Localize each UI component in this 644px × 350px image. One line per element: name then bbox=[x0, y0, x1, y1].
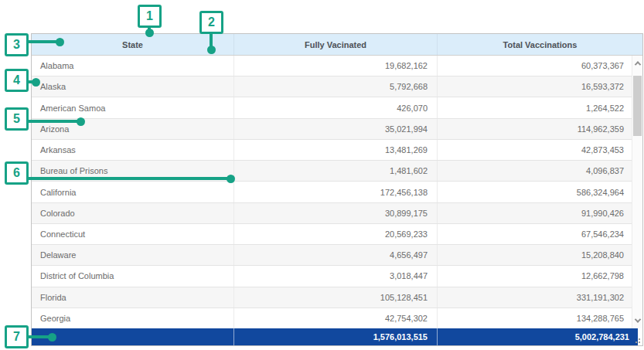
cell-fully-vaccinated: 30,899,175 bbox=[234, 203, 438, 223]
cell-total-vaccinations: 42,873,453 bbox=[438, 140, 642, 160]
table-row[interactable]: Connecticut 20,569,233 67,546,234 bbox=[32, 224, 642, 245]
cell-total-vaccinations: 114,962,359 bbox=[438, 119, 642, 139]
table-row[interactable]: Alaska 5,792,668 16,593,372 bbox=[32, 76, 642, 97]
cell-total-vaccinations: 16,593,372 bbox=[438, 76, 642, 97]
cell-fully-vaccinated: 1,481,602 bbox=[234, 161, 438, 181]
cell-fully-vaccinated: 20,569,233 bbox=[234, 224, 438, 244]
table-body: Alabama 19,682,162 60,373,367 Alaska 5,7… bbox=[32, 56, 642, 328]
chevron-up-icon bbox=[634, 61, 640, 67]
cell-total-vaccinations: 12,662,798 bbox=[438, 266, 642, 286]
table-row[interactable]: Arkansas 13,481,269 42,873,453 bbox=[32, 140, 642, 161]
callout-5-leader-line bbox=[29, 120, 80, 123]
callout-6-leader-line bbox=[29, 177, 230, 180]
callout-1-anchor-dot bbox=[145, 29, 154, 37]
callout-6-anchor-dot bbox=[227, 175, 235, 183]
vaccination-table: State Fully Vacinated Total Vaccinations… bbox=[31, 33, 643, 346]
table-row[interactable]: Florida 105,128,451 331,191,302 bbox=[32, 287, 642, 308]
table-row[interactable]: District of Columbia 3,018,447 12,662,79… bbox=[32, 266, 642, 287]
table-row[interactable]: Colorado 30,899,175 91,990,426 bbox=[32, 203, 642, 224]
cell-state: Florida bbox=[32, 287, 234, 308]
vertical-scrollbar[interactable] bbox=[632, 56, 642, 328]
callout-7: 7 bbox=[5, 325, 29, 348]
table-row[interactable]: Georgia 42,754,302 134,288,765 bbox=[32, 308, 642, 328]
cell-total-vaccinations: 1,264,522 bbox=[438, 97, 642, 117]
summary-row: 1,576,013,515 5,002,784,231 bbox=[32, 328, 638, 345]
scrollbar-thumb[interactable] bbox=[633, 76, 642, 136]
cell-state: Arkansas bbox=[32, 140, 234, 160]
cell-state: Alabama bbox=[32, 56, 234, 76]
callout-2-anchor-dot bbox=[207, 46, 216, 54]
callout-5: 5 bbox=[5, 107, 29, 131]
cell-state: District of Columbia bbox=[32, 266, 234, 286]
summary-cell-fully-vaccinated: 1,576,013,515 bbox=[234, 328, 438, 345]
cell-fully-vaccinated: 172,456,138 bbox=[234, 182, 438, 202]
cell-total-vaccinations: 67,546,234 bbox=[438, 224, 642, 244]
cell-state: Connecticut bbox=[32, 224, 234, 244]
cell-state: Georgia bbox=[32, 308, 234, 328]
cell-state: Delaware bbox=[32, 245, 234, 265]
cell-fully-vaccinated: 35,021,994 bbox=[234, 119, 438, 139]
cell-total-vaccinations: 4,096,837 bbox=[438, 161, 642, 181]
cell-state: California bbox=[32, 182, 234, 202]
column-header-fully-vaccinated[interactable]: Fully Vacinated bbox=[234, 34, 438, 55]
cell-fully-vaccinated: 13,481,269 bbox=[234, 140, 438, 160]
scroll-down-button[interactable] bbox=[632, 314, 642, 327]
scroll-up-button[interactable] bbox=[632, 57, 642, 70]
annotated-table-figure: State Fully Vacinated Total Vaccinations… bbox=[0, 0, 644, 350]
cell-total-vaccinations: 15,208,840 bbox=[438, 245, 642, 265]
callout-7-anchor-dot bbox=[48, 333, 56, 342]
cell-total-vaccinations: 91,990,426 bbox=[438, 203, 642, 223]
summary-cell-state bbox=[32, 328, 234, 345]
summary-cell-total-vaccinations: 5,002,784,231 bbox=[438, 328, 638, 345]
callout-2: 2 bbox=[199, 11, 223, 34]
callout-4: 4 bbox=[5, 69, 29, 92]
cell-total-vaccinations: 586,324,964 bbox=[438, 182, 642, 202]
table-header-row: State Fully Vacinated Total Vaccinations bbox=[32, 34, 642, 56]
callout-6: 6 bbox=[5, 161, 29, 185]
cell-fully-vaccinated: 5,792,668 bbox=[234, 76, 438, 97]
callout-1: 1 bbox=[138, 5, 162, 28]
column-header-total-vaccinations[interactable]: Total Vaccinations bbox=[438, 34, 642, 55]
table-row[interactable]: Arizona 35,021,994 114,962,359 bbox=[32, 119, 642, 140]
cell-fully-vaccinated: 3,018,447 bbox=[234, 266, 438, 286]
callout-3: 3 bbox=[5, 33, 29, 56]
callout-5-anchor-dot bbox=[77, 117, 85, 126]
callout-3-anchor-dot bbox=[56, 38, 64, 46]
resize-grip-icon[interactable] bbox=[635, 338, 641, 344]
table-row[interactable]: Alabama 19,682,162 60,373,367 bbox=[32, 56, 642, 76]
table-row[interactable]: American Samoa 426,070 1,264,522 bbox=[32, 97, 642, 118]
cell-total-vaccinations: 331,191,302 bbox=[438, 287, 642, 308]
cell-total-vaccinations: 134,288,765 bbox=[438, 308, 642, 328]
cell-fully-vaccinated: 19,682,162 bbox=[234, 56, 438, 76]
cell-fully-vaccinated: 42,754,302 bbox=[234, 308, 438, 328]
chevron-down-icon bbox=[634, 316, 640, 322]
table-row[interactable]: California 172,456,138 586,324,964 bbox=[32, 182, 642, 202]
callout-4-anchor-dot bbox=[32, 78, 40, 87]
cell-fully-vaccinated: 426,070 bbox=[234, 97, 438, 117]
cell-state: Colorado bbox=[32, 203, 234, 223]
cell-total-vaccinations: 60,373,367 bbox=[438, 56, 642, 76]
cell-state: American Samoa bbox=[32, 97, 234, 117]
cell-state: Alaska bbox=[32, 76, 234, 97]
callout-3-leader-line bbox=[29, 40, 60, 43]
cell-fully-vaccinated: 4,656,497 bbox=[234, 245, 438, 265]
cell-fully-vaccinated: 105,128,451 bbox=[234, 287, 438, 308]
table-row[interactable]: Delaware 4,656,497 15,208,840 bbox=[32, 245, 642, 266]
